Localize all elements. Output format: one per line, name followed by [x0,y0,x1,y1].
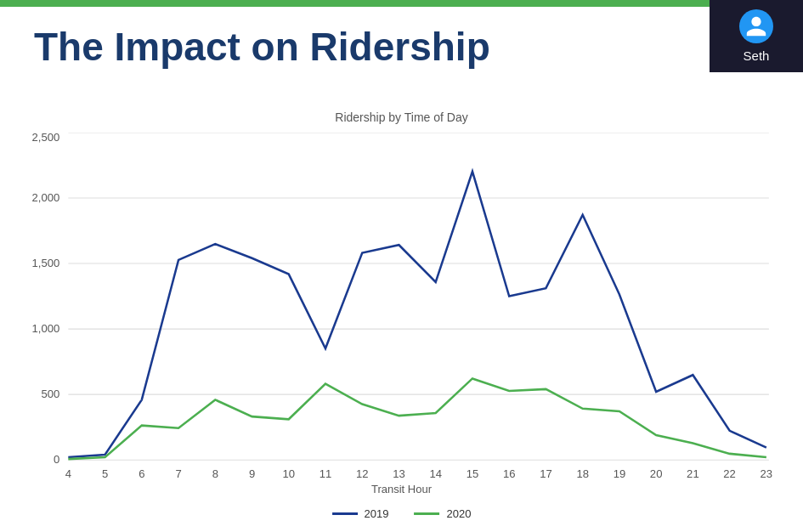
svg-text:21: 21 [687,467,699,478]
svg-text:2,500: 2,500 [32,133,60,144]
svg-text:6: 6 [139,467,144,478]
svg-text:22: 22 [723,467,736,478]
svg-text:7: 7 [175,467,181,478]
svg-text:23: 23 [761,467,773,478]
svg-text:4: 4 [65,467,71,478]
svg-text:1,500: 1,500 [32,257,60,269]
svg-text:500: 500 [41,388,59,400]
user-badge: Seth [710,0,803,72]
svg-text:10: 10 [282,467,295,478]
legend-label-2019: 2019 [365,507,389,520]
chart-container: Ridership by Time of Day 0 500 1,000 1,5… [17,110,786,481]
svg-text:2,000: 2,000 [32,191,60,204]
legend-line-2020 [415,512,440,515]
svg-text:16: 16 [503,467,516,478]
legend-label-2020: 2020 [447,507,472,520]
chart-legend: 2019 2020 [332,507,472,520]
svg-text:15: 15 [467,467,479,478]
top-bar [0,0,803,7]
user-name: Seth [744,48,770,63]
svg-text:0: 0 [54,453,59,466]
svg-text:18: 18 [576,467,589,478]
svg-text:8: 8 [212,467,218,478]
svg-text:1,000: 1,000 [32,322,60,335]
user-icon [744,14,768,38]
svg-text:19: 19 [614,467,626,478]
svg-text:12: 12 [356,467,369,478]
svg-text:14: 14 [429,467,442,478]
line-2020 [68,378,766,459]
legend-line-2019 [332,512,358,515]
avatar [739,9,773,43]
chart-svg: 0 500 1,000 1,500 2,000 2,500 4 5 6 7 8 … [17,133,786,478]
svg-text:9: 9 [249,467,255,478]
chart-area: 0 500 1,000 1,500 2,000 2,500 4 5 6 7 8 … [17,133,786,478]
chart-title: Ridership by Time of Day [17,110,786,124]
svg-text:11: 11 [320,467,332,478]
svg-text:5: 5 [102,467,108,478]
x-axis-label: Transit Hour [17,483,786,495]
svg-text:17: 17 [540,467,552,478]
svg-text:13: 13 [393,467,405,478]
legend-item-2020: 2020 [415,507,472,520]
svg-text:20: 20 [650,467,663,478]
page-title: The Impact on Ridership [34,24,490,70]
legend-item-2019: 2019 [332,507,389,520]
